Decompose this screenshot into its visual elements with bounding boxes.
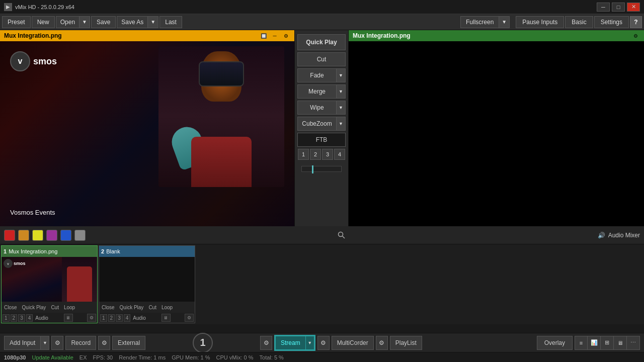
- input-2-num-3[interactable]: 3: [116, 314, 123, 322]
- saveas-arrow[interactable]: ▼: [148, 16, 158, 28]
- merge-button[interactable]: Merge: [297, 84, 337, 99]
- input-1-num-2[interactable]: 2: [11, 314, 18, 322]
- last-button[interactable]: Last: [159, 16, 182, 28]
- add-input-gear[interactable]: ⚙: [51, 336, 63, 350]
- saveas-button[interactable]: Save As: [117, 16, 148, 28]
- input-1-quickplay-btn[interactable]: Quick Play: [21, 304, 48, 311]
- num-btn-4[interactable]: 4: [334, 149, 345, 160]
- input-2-gear-btn[interactable]: ⚙: [185, 314, 194, 322]
- input-2-cut-btn[interactable]: Cut: [147, 304, 158, 311]
- output-header: Mux Integration.png ⚙: [349, 30, 644, 41]
- multicorder-gear[interactable]: ⚙: [317, 336, 330, 350]
- person-body: [191, 137, 252, 187]
- cubezoom-arrow[interactable]: ▼: [337, 117, 346, 131]
- cut-button[interactable]: Cut: [297, 52, 346, 66]
- input-1-num-4[interactable]: 4: [26, 314, 33, 322]
- ftb-button[interactable]: FTB: [297, 133, 346, 147]
- input-2-num-1[interactable]: 1: [100, 314, 107, 322]
- input-2-num-2[interactable]: 2: [108, 314, 115, 322]
- search-icon[interactable]: [336, 229, 348, 241]
- input-1-close-btn[interactable]: Close: [3, 304, 19, 311]
- merge-arrow[interactable]: ▼: [337, 84, 346, 99]
- input-2-audio-btn[interactable]: Audio: [131, 315, 147, 321]
- open-button[interactable]: Open: [56, 16, 79, 28]
- input-1-audio-btn[interactable]: Audio: [34, 315, 50, 321]
- view-extra-btn[interactable]: ⋯: [627, 336, 640, 350]
- color-filter-orange[interactable]: [18, 230, 29, 241]
- input-1-monitor-btn[interactable]: 🖥: [64, 314, 73, 322]
- center-controls: Quick Play Cut Fade ▼ Merge ▼ Wipe ▼ Cub…: [294, 30, 349, 226]
- fade-button[interactable]: Fade: [297, 68, 337, 82]
- preset-button[interactable]: Preset: [2, 16, 31, 28]
- stream-arrow[interactable]: ▼: [305, 336, 314, 350]
- view-chart-btn[interactable]: 📊: [588, 336, 601, 350]
- color-filter-yellow[interactable]: [32, 230, 43, 241]
- num-btn-3[interactable]: 3: [322, 149, 333, 160]
- wipe-button[interactable]: Wipe: [297, 101, 337, 115]
- add-input-button[interactable]: Add Input: [4, 336, 40, 350]
- view-grid-btn[interactable]: ⊞: [601, 336, 614, 350]
- transition-area: [297, 164, 346, 172]
- pause-inputs-button[interactable]: Pause Inputs: [516, 16, 564, 28]
- help-button[interactable]: ?: [630, 16, 642, 28]
- playlist-gear[interactable]: ⚙: [376, 336, 388, 350]
- add-input-split: Add Input ▼: [4, 336, 49, 350]
- color-filter-purple[interactable]: [46, 230, 57, 241]
- input-1-num-row: 1 2 3 4 Audio 🖥 ⚙: [2, 313, 97, 323]
- transition-handle[interactable]: [312, 165, 313, 173]
- audio-mixer-label[interactable]: Audio Mixer: [608, 232, 640, 239]
- fade-arrow[interactable]: ▼: [337, 68, 346, 82]
- add-input-arrow[interactable]: ▼: [40, 336, 49, 350]
- input-1-loop-btn[interactable]: Loop: [62, 304, 76, 311]
- input-1-cut-btn[interactable]: Cut: [49, 304, 60, 311]
- minimize-button[interactable]: ─: [597, 3, 610, 12]
- cubezoom-button[interactable]: CubeZoom: [297, 117, 337, 131]
- color-filter-gray[interactable]: [74, 230, 86, 241]
- record-gear[interactable]: ⚙: [98, 336, 110, 350]
- color-filter-blue[interactable]: [60, 230, 71, 241]
- open-arrow[interactable]: ▼: [79, 16, 90, 28]
- wipe-arrow[interactable]: ▼: [337, 101, 346, 115]
- input-1-num-3[interactable]: 3: [18, 314, 25, 322]
- bottom-toolbar: Add Input ▼ ⚙ Record ⚙ External 1 ⚙ Stre…: [0, 333, 644, 352]
- input-2-close-btn[interactable]: Close: [100, 304, 116, 311]
- new-button[interactable]: New: [32, 16, 55, 28]
- window-controls: ─ □ ✕: [597, 3, 640, 12]
- preview-minimize-btn[interactable]: ─: [270, 32, 279, 39]
- close-button[interactable]: ✕: [627, 3, 640, 12]
- input-2-quickplay-btn[interactable]: Quick Play: [118, 304, 145, 311]
- view-monitor-btn[interactable]: 🖥: [614, 336, 627, 350]
- save-button[interactable]: Save: [91, 16, 116, 28]
- num-btn-2[interactable]: 2: [310, 149, 321, 160]
- view-list-btn[interactable]: ≡: [575, 336, 588, 350]
- basic-button[interactable]: Basic: [565, 16, 593, 28]
- input-2-num: 2: [101, 248, 104, 254]
- fullscreen-arrow[interactable]: ▼: [499, 16, 510, 28]
- overlay-button[interactable]: Overlay: [537, 336, 573, 350]
- preview-color-toggle[interactable]: 🔲: [259, 32, 268, 39]
- input-2-name: Blank: [106, 248, 193, 254]
- playlist-button[interactable]: PlayList: [390, 336, 422, 350]
- input-1-thumb[interactable]: v smos: [2, 257, 97, 302]
- settings-button[interactable]: Settings: [594, 16, 629, 28]
- input-2-num-4[interactable]: 4: [124, 314, 131, 322]
- num-btn-1[interactable]: 1: [298, 149, 309, 160]
- preview-settings-btn[interactable]: ⚙: [281, 32, 290, 39]
- stream-gear[interactable]: ⚙: [260, 336, 272, 350]
- record-button[interactable]: Record: [65, 336, 96, 350]
- input-2-thumb[interactable]: [99, 257, 195, 302]
- external-button[interactable]: External: [112, 336, 145, 350]
- quick-play-button[interactable]: Quick Play: [297, 34, 346, 50]
- stream-button[interactable]: Stream: [275, 336, 305, 350]
- output-settings-btn[interactable]: ⚙: [631, 32, 640, 39]
- input-1-num-1[interactable]: 1: [3, 314, 10, 322]
- color-filter-red[interactable]: [4, 230, 15, 241]
- number-row: 1 2 3 4: [298, 149, 345, 160]
- input-2-loop-btn[interactable]: Loop: [160, 304, 174, 311]
- multicorder-button[interactable]: MultiCorder: [332, 336, 374, 350]
- input-2-monitor-btn[interactable]: 🖥: [162, 314, 171, 322]
- status-update[interactable]: Update Available: [32, 354, 73, 360]
- transition-bar[interactable]: [301, 166, 342, 172]
- maximize-button[interactable]: □: [612, 3, 625, 12]
- input-1-gear-btn[interactable]: ⚙: [87, 314, 96, 322]
